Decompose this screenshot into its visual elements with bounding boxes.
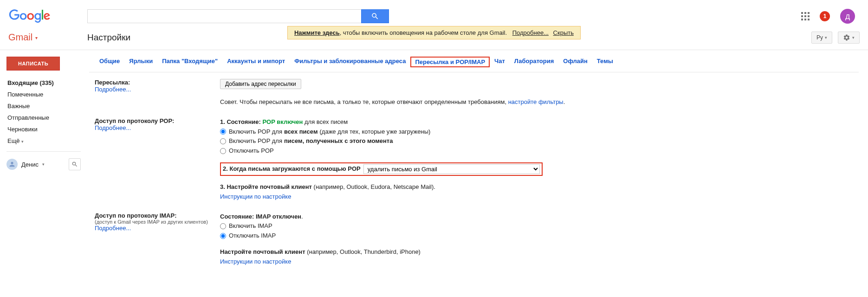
language-button[interactable]: Ру▾ — [811, 32, 832, 44]
pop-learn-more[interactable]: Подробнее... — [95, 124, 131, 131]
divider — [6, 151, 81, 152]
pop-step3: 3. Настройте почтовый клиент (например, … — [220, 182, 859, 192]
pop-disable-radio[interactable]: Отключить POP — [220, 146, 859, 156]
pop-title: Доступ по протоколу POP: — [95, 117, 211, 124]
sidebar-item-drafts[interactable]: Черновики — [6, 123, 87, 135]
content: Общие Ярлыки Папка "Входящие" Аккаунты и… — [87, 50, 868, 286]
tab-chat[interactable]: Чат — [490, 57, 510, 67]
gear-icon — [843, 34, 850, 41]
forwarding-title: Пересылка: — [95, 79, 211, 86]
tab-forwarding-pop-imap[interactable]: Пересылка и POP/IMAP — [410, 57, 490, 67]
pop-config-instructions-link[interactable]: Инструкции по настройке — [220, 193, 291, 200]
tab-labels[interactable]: Ярлыки — [124, 57, 157, 67]
imap-enable-radio[interactable]: Включить IMAP — [220, 221, 859, 231]
pop-enable-now-radio[interactable]: Включить POP для писем, полученных с это… — [220, 136, 859, 146]
search-icon — [371, 12, 379, 20]
banner-more-link[interactable]: Подробнее... — [512, 29, 549, 36]
caret-down-icon: ▾ — [852, 35, 855, 40]
banner-text: , чтобы включить оповещения на рабочем с… — [340, 29, 507, 36]
hangouts-user-row[interactable]: Денис ▾ — [6, 156, 87, 172]
google-logo[interactable] — [8, 9, 51, 24]
tab-offline[interactable]: Офлайн — [558, 57, 592, 67]
search-icon — [71, 161, 78, 168]
imap-config-instructions-link[interactable]: Инструкции по настройке — [220, 258, 291, 265]
forwarding-tip: Совет. Чтобы пересылать не все письма, а… — [220, 97, 859, 107]
header: 1 Д — [0, 0, 868, 28]
imap-subtitle: (доступ к Gmail через IMAP из других кли… — [95, 219, 211, 225]
tab-labs[interactable]: Лаборатория — [510, 57, 558, 67]
pop-status-line: 1. Состояние: POP включен для всех писем — [220, 117, 859, 127]
imap-title: Доступ по протоколу IMAP: — [95, 212, 211, 219]
tab-filters[interactable]: Фильтры и заблокированные адреса — [290, 57, 410, 67]
tab-inbox[interactable]: Папка "Входящие" — [157, 57, 222, 67]
notifications-badge[interactable]: 1 — [820, 11, 830, 21]
pop-action-highlight: 2. Когда письма загружаются с помощью PO… — [220, 162, 543, 176]
add-forwarding-address-button[interactable]: Добавить адрес пересылки — [220, 79, 301, 89]
imap-disable-radio[interactable]: Отключить IMAP — [220, 231, 859, 241]
banner-enable-link[interactable]: Нажмите здесь — [294, 29, 340, 36]
notification-banner: Нажмите здесь, чтобы включить оповещения… — [287, 26, 581, 39]
apps-icon[interactable] — [801, 12, 810, 20]
banner-hide-link[interactable]: Скрыть — [553, 29, 574, 36]
pop-enable-all-radio[interactable]: Включить POP для всех писем (даже для те… — [220, 127, 859, 137]
sidebar: НАПИСАТЬ Входящие (335) Помеченные Важны… — [0, 50, 87, 286]
imap-status-line: Состояние: IMAP отключен. — [220, 212, 859, 222]
imap-configure-line: Настройте почтовый клиент (например, Out… — [220, 247, 859, 257]
caret-down-icon: ▾ — [42, 162, 45, 167]
settings-tabs: Общие Ярлыки Папка "Входящие" Аккаунты и… — [89, 55, 859, 72]
caret-down-icon: ▾ — [825, 35, 827, 40]
sidebar-item-inbox[interactable]: Входящие (335) — [6, 77, 87, 89]
tab-general[interactable]: Общие — [95, 57, 124, 67]
sidebar-item-starred[interactable]: Помеченные — [6, 89, 87, 100]
search-input[interactable] — [87, 9, 361, 23]
compose-button[interactable]: НАПИСАТЬ — [6, 57, 60, 71]
pop-action-select[interactable]: удалить письмо из Gmail — [363, 164, 540, 174]
header-right: 1 Д — [801, 9, 860, 24]
forwarding-section: Пересылка: Подробнее... Добавить адрес п… — [95, 79, 859, 107]
sidebar-more[interactable]: Ещё ▾ — [6, 135, 87, 147]
gmail-menu[interactable]: Gmail ▾ — [8, 32, 87, 43]
user-avatar-icon — [6, 159, 18, 170]
tab-themes[interactable]: Темы — [592, 57, 618, 67]
sidebar-item-important[interactable]: Важные — [6, 100, 87, 112]
settings-body: Пересылка: Подробнее... Добавить адрес п… — [89, 72, 859, 267]
hangouts-user-name: Денис — [21, 161, 39, 168]
main: НАПИСАТЬ Входящие (335) Помеченные Важны… — [0, 50, 868, 286]
create-filter-link[interactable]: настройте фильтры — [508, 98, 564, 105]
sidebar-item-sent[interactable]: Отправленные — [6, 112, 87, 123]
search-form — [87, 9, 389, 23]
pop-step2-label: 2. Когда письма загружаются с помощью PO… — [223, 164, 361, 174]
forwarding-learn-more[interactable]: Подробнее... — [95, 86, 131, 93]
search-button[interactable] — [361, 9, 389, 23]
imap-learn-more[interactable]: Подробнее... — [95, 225, 131, 232]
imap-section: Доступ по протоколу IMAP: (доступ к Gmai… — [95, 212, 859, 267]
hangouts-search-button[interactable] — [69, 158, 81, 170]
avatar[interactable]: Д — [840, 9, 855, 24]
pop-section: Доступ по протоколу POP: Подробнее... 1.… — [95, 117, 859, 202]
page-title: Настройки — [87, 32, 130, 43]
tab-accounts[interactable]: Аккаунты и импорт — [222, 57, 290, 67]
settings-gear-button[interactable]: ▾ — [838, 32, 860, 44]
caret-down-icon: ▾ — [21, 139, 24, 144]
caret-down-icon: ▾ — [35, 35, 38, 40]
